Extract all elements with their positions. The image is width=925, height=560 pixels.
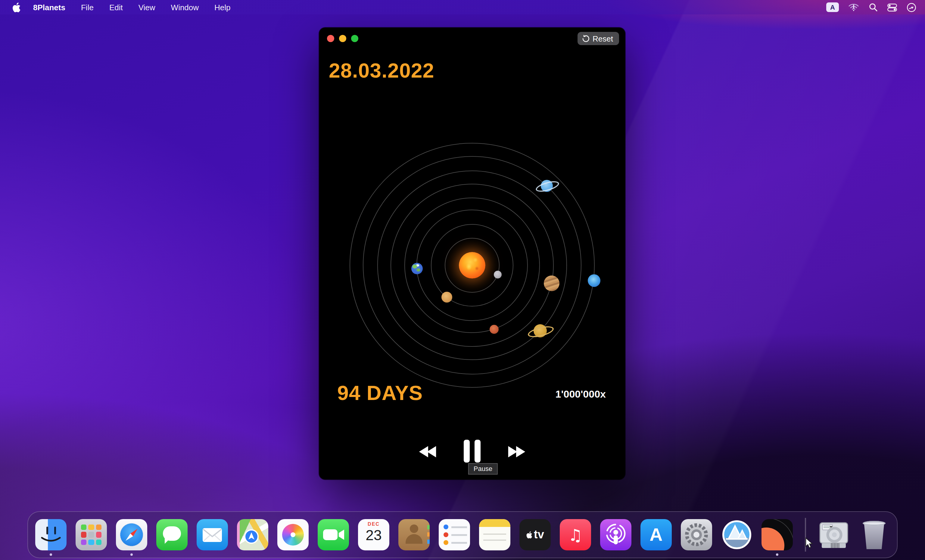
- dock-item-calendar[interactable]: DEC 23: [358, 519, 389, 550]
- planet-saturn: [533, 324, 547, 338]
- menu-help[interactable]: Help: [214, 3, 230, 12]
- fast-forward-button[interactable]: [500, 443, 533, 461]
- rewind-button[interactable]: [411, 443, 444, 461]
- dock-item-photos[interactable]: [277, 519, 309, 550]
- calendar-day: 23: [366, 527, 381, 544]
- planet-venus: [441, 292, 452, 303]
- pause-button[interactable]: [455, 438, 489, 464]
- menu-window[interactable]: Window: [171, 3, 199, 12]
- planet-earth: [411, 263, 422, 274]
- pause-tooltip: Pause: [468, 463, 498, 474]
- dock-item-podcasts[interactable]: [600, 519, 631, 550]
- music-note-icon: ♫: [568, 525, 583, 544]
- apple-menu-icon[interactable]: [12, 2, 21, 12]
- playback-controls: [319, 437, 625, 467]
- planet-mercury: [494, 270, 501, 278]
- dock-item-maps[interactable]: [237, 519, 268, 550]
- desktop: 8Planets FileEditViewWindowHelp A: [0, 0, 925, 560]
- dock: DEC 23 tv: [27, 511, 898, 558]
- running-indicator: [50, 553, 52, 556]
- dock-item-mail[interactable]: [197, 519, 228, 550]
- dock-item-finder[interactable]: [35, 519, 66, 550]
- menu-bar-left: 8Planets FileEditViewWindowHelp: [0, 2, 230, 12]
- search-icon[interactable]: [868, 2, 878, 12]
- running-indicator: [776, 553, 778, 556]
- dock-item-system-preferences[interactable]: [681, 519, 712, 550]
- dock-item-messages[interactable]: [156, 519, 188, 550]
- planet-jupiter: [544, 275, 559, 291]
- speed-multiplier: 1'000'000x: [556, 389, 606, 401]
- sun: [459, 252, 485, 278]
- menu-view[interactable]: View: [139, 3, 155, 12]
- dock-item-tv[interactable]: tv: [520, 519, 551, 550]
- dock-item-hard-disk[interactable]: [818, 519, 850, 550]
- dock-item-app-store[interactable]: A: [640, 519, 672, 550]
- menu-items: FileEditViewWindowHelp: [81, 3, 230, 12]
- control-center-icon[interactable]: [887, 3, 897, 12]
- planet-neptune: [588, 274, 600, 287]
- dock-item-app-mountains[interactable]: [721, 519, 752, 550]
- dock-item-contacts[interactable]: [398, 519, 430, 550]
- menu-edit[interactable]: Edit: [109, 3, 123, 12]
- fast-forward-icon: [507, 445, 526, 458]
- dock-item-8planets[interactable]: [761, 519, 793, 550]
- circle-arrow-icon[interactable]: [906, 2, 917, 12]
- dock-item-launchpad[interactable]: [75, 519, 107, 550]
- dock-item-trash[interactable]: [859, 519, 890, 550]
- menu-app-name[interactable]: 8Planets: [33, 3, 65, 12]
- calendar-month: DEC: [368, 521, 380, 527]
- mouse-cursor: [805, 537, 813, 552]
- app-window-content: Reset 28.03.2022 94 DAYS 1'000'000x: [319, 28, 625, 479]
- menu-file[interactable]: File: [81, 3, 93, 12]
- input-source-icon[interactable]: A: [826, 2, 839, 12]
- rewind-icon: [418, 445, 437, 458]
- menu-bar-status: A: [826, 2, 925, 12]
- planet-uranus: [541, 180, 553, 192]
- menu-bar: 8Planets FileEditViewWindowHelp A: [0, 0, 925, 14]
- dock-item-music[interactable]: ♫: [560, 519, 591, 550]
- dock-item-reminders[interactable]: [439, 519, 470, 550]
- elapsed-days: 94 DAYS: [337, 381, 423, 405]
- dock-item-facetime[interactable]: [318, 519, 349, 550]
- dock-item-safari[interactable]: [116, 519, 147, 550]
- running-indicator: [130, 553, 133, 556]
- dock-item-notes[interactable]: [479, 519, 511, 550]
- tv-label: tv: [534, 528, 544, 541]
- wifi-alert-icon[interactable]: [848, 2, 859, 12]
- planet-mars: [489, 324, 498, 333]
- pause-icon: [464, 440, 470, 462]
- app-store-glyph: A: [649, 524, 663, 545]
